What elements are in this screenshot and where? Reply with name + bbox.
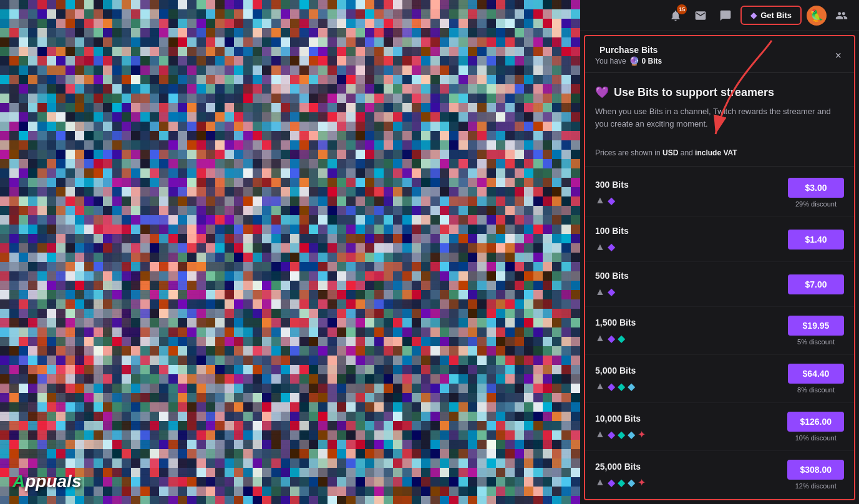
gem-gray: ▲ (595, 332, 605, 344)
gem-purple: ◆ (608, 477, 615, 488)
gem-teal: ◆ (618, 332, 625, 344)
panel-subtitle: You have 🔮 0 Bits (595, 56, 662, 66)
bits-gems: ▲◆◆◆✦ (595, 477, 646, 488)
bits-amount: 500 Bits (595, 271, 629, 281)
gem-gray: ▲ (595, 241, 605, 253)
bits-item-right: $308.00 12% discount (787, 460, 844, 490)
watermark-a: A (12, 472, 25, 491)
bits-amount: 10,000 Bits (595, 414, 646, 424)
panel-title: Purchase Bits (595, 45, 662, 55)
bits-amount: 1,500 Bits (595, 317, 636, 327)
price-note: Prices are shown in USD and include VAT (585, 148, 854, 167)
gem-gray: ▲ (595, 429, 605, 440)
gem-red: ✦ (638, 429, 646, 440)
bits-amount: 5,000 Bits (595, 366, 636, 376)
bits-item-left: 5,000 Bits ▲◆◆◆ (595, 366, 636, 392)
bits-package-item[interactable]: 1,500 Bits ▲◆◆ $19.95 5% discount (585, 307, 854, 355)
right-panel: 15 ◆ Get Bits 🦜 (580, 0, 859, 504)
promo-section: 💜 Use Bits to support streamers When you… (585, 73, 854, 148)
gem-purple: ◆ (608, 241, 615, 253)
promo-description: When you use Bits in a channel, Twitch r… (595, 105, 844, 130)
bits-packages-list: 300 Bits ▲◆ $3.00 29% discount 100 Bits … (585, 167, 854, 499)
bits-item-right: $126.00 10% discount (787, 412, 844, 442)
gem-red: ✦ (638, 477, 646, 488)
bits-item-left: 100 Bits ▲◆ (595, 226, 629, 253)
bits-item-left: 25,000 Bits ▲◆◆◆✦ (595, 462, 646, 488)
bits-item-right: $64.40 8% discount (788, 364, 844, 394)
top-navbar: 15 ◆ Get Bits 🦜 (580, 0, 859, 31)
gem-teal: ◆ (618, 380, 625, 392)
messages-button[interactable] (691, 6, 711, 26)
discount-badge: 29% discount (795, 200, 837, 208)
bits-gems: ▲◆◆◆✦ (595, 429, 646, 440)
bits-gems: ▲◆◆◆ (595, 380, 636, 392)
purchase-price-button[interactable]: $308.00 (787, 460, 844, 480)
gem-gray: ▲ (595, 477, 605, 488)
bits-item-right: $19.95 5% discount (788, 316, 844, 346)
promo-title: 💜 Use Bits to support streamers (595, 85, 844, 99)
gem-purple: ◆ (608, 380, 615, 392)
bits-package-item[interactable]: 10,000 Bits ▲◆◆◆✦ $126.00 10% discount (585, 403, 854, 451)
purchase-price-button[interactable]: $64.40 (788, 364, 844, 384)
bits-item-right: $3.00 29% discount (788, 178, 844, 208)
bits-item-left: 300 Bits ▲◆ (595, 180, 629, 206)
notifications-button[interactable]: 15 (666, 6, 686, 26)
gem-gray: ▲ (595, 195, 605, 206)
bits-item-right: $7.00 (788, 274, 844, 294)
video-background (0, 0, 580, 504)
gem-teal: ◆ (618, 477, 625, 488)
get-bits-button[interactable]: ◆ Get Bits (740, 6, 802, 25)
purchase-price-button[interactable]: $126.00 (787, 412, 844, 432)
bits-owned-count: 0 Bits (642, 57, 662, 65)
bits-package-item[interactable]: 5,000 Bits ▲◆◆◆ $64.40 8% discount (585, 355, 854, 403)
discount-badge: 12% discount (795, 482, 837, 490)
bits-package-item[interactable]: 100 Bits ▲◆ $1.40 (585, 217, 854, 262)
gem-gray: ▲ (595, 380, 605, 392)
gem-purple: ◆ (608, 195, 615, 206)
discount-badge: 5% discount (797, 338, 835, 346)
user-avatar-button[interactable]: 🦜 (807, 6, 827, 26)
purchase-price-button[interactable]: $1.40 (788, 230, 844, 250)
promo-emoji: 💜 (595, 85, 609, 99)
bits-package-item[interactable]: 500 Bits ▲◆ $7.00 (585, 262, 854, 307)
gem-teal: ◆ (618, 429, 625, 440)
purchase-price-button[interactable]: $7.00 (788, 274, 844, 294)
bits-amount: 100 Bits (595, 226, 629, 236)
gem-icon: ◆ (750, 11, 757, 20)
purchase-price-button[interactable]: $3.00 (788, 178, 844, 198)
gem-blue: ◆ (628, 477, 635, 488)
bits-gems: ▲◆ (595, 286, 629, 298)
appuals-watermark: Appuals (12, 472, 81, 492)
manage-following-button[interactable] (832, 6, 852, 26)
bits-item-left: 500 Bits ▲◆ (595, 271, 629, 298)
discount-badge: 10% discount (795, 434, 837, 442)
close-panel-button[interactable]: × (832, 47, 844, 64)
bits-package-item[interactable]: 300 Bits ▲◆ $3.00 29% discount (585, 169, 854, 217)
bits-gems: ▲◆◆ (595, 332, 636, 344)
purchase-panel[interactable]: Purchase Bits You have 🔮 0 Bits × 💜 Use … (585, 36, 854, 499)
gem-purple: ◆ (608, 332, 615, 344)
bits-gems: ▲◆ (595, 195, 629, 206)
bits-gems-small: 🔮 (629, 56, 639, 66)
bits-amount: 25,000 Bits (595, 462, 646, 472)
bits-item-left: 10,000 Bits ▲◆◆◆✦ (595, 414, 646, 440)
notification-count: 15 (677, 4, 687, 14)
panel-header: Purchase Bits You have 🔮 0 Bits × (585, 36, 854, 73)
bits-item-right: $1.40 (788, 230, 844, 250)
gem-purple: ◆ (608, 286, 615, 298)
bits-amount: 300 Bits (595, 180, 629, 190)
panel-header-info: Purchase Bits You have 🔮 0 Bits (595, 45, 662, 66)
purchase-panel-container: Purchase Bits You have 🔮 0 Bits × 💜 Use … (584, 35, 855, 500)
gem-purple: ◆ (608, 429, 615, 440)
bits-item-left: 1,500 Bits ▲◆◆ (595, 317, 636, 344)
gem-gray: ▲ (595, 286, 605, 298)
purchase-price-button[interactable]: $19.95 (788, 316, 844, 336)
bits-gems: ▲◆ (595, 241, 629, 253)
chat-button[interactable] (716, 6, 735, 26)
gem-blue: ◆ (628, 380, 635, 392)
gem-blue: ◆ (628, 429, 635, 440)
bits-package-item[interactable]: 25,000 Bits ▲◆◆◆✦ $308.00 12% discount (585, 451, 854, 499)
discount-badge: 8% discount (797, 386, 835, 394)
